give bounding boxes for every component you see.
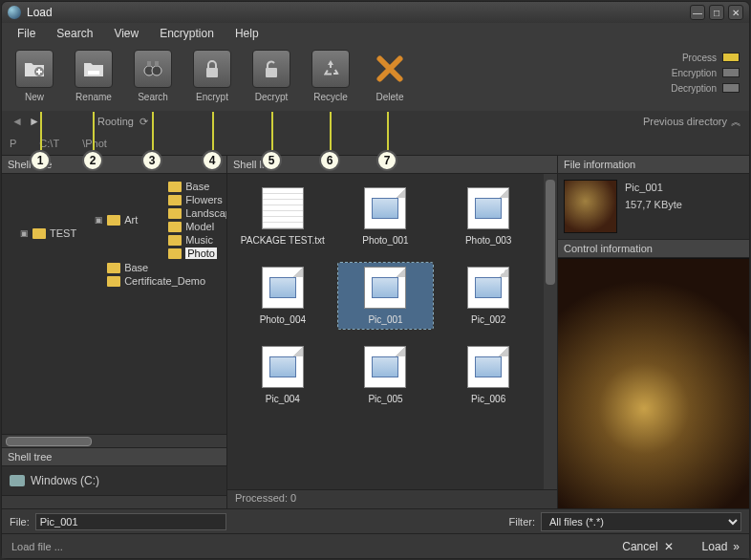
list-item-label: Pic_006 bbox=[471, 394, 505, 404]
close-button[interactable]: ✕ bbox=[728, 5, 743, 20]
tree-node[interactable]: Music bbox=[185, 234, 213, 246]
drive-label[interactable]: Windows (C:) bbox=[31, 474, 99, 487]
toolbar-encrypt[interactable]: Encrypt bbox=[187, 50, 237, 102]
encryption-label: Encryption bbox=[672, 68, 717, 78]
tree-node[interactable]: Flowers bbox=[185, 194, 223, 205]
folder-icon bbox=[107, 263, 120, 273]
list-item[interactable]: Photo_004 bbox=[235, 263, 331, 329]
controlinfo-header: Control information bbox=[558, 239, 749, 258]
nav-back-icon[interactable]: ◄ bbox=[10, 114, 25, 129]
refresh-icon: ⟳ bbox=[139, 116, 148, 128]
tree-node[interactable]: Base bbox=[124, 262, 148, 273]
processed-bar: Processed: 0 bbox=[227, 489, 557, 508]
toolbar-new-label: New bbox=[25, 92, 44, 102]
image-file-icon bbox=[467, 187, 509, 229]
toolbar-decrypt[interactable]: Decrypt bbox=[247, 50, 296, 102]
middle-column: Shell list PACKAGE TEST.txtPhoto_001Phot… bbox=[227, 155, 558, 508]
drives-panel: Windows (C:) bbox=[2, 466, 226, 495]
folder-icon bbox=[168, 182, 182, 192]
tree-node[interactable]: Model bbox=[185, 221, 214, 232]
filter-label: Filter: bbox=[509, 516, 536, 528]
svg-rect-7 bbox=[266, 68, 277, 77]
toolbar-rename-label: Rename bbox=[75, 92, 112, 102]
list-scrollbar[interactable] bbox=[544, 174, 557, 489]
folder-icon bbox=[168, 248, 182, 259]
svg-point-3 bbox=[152, 66, 161, 75]
status-text: Load file ... bbox=[11, 541, 63, 552]
folder-icon bbox=[107, 276, 120, 287]
tree-node[interactable]: TEST bbox=[50, 227, 76, 239]
expander-icon[interactable]: ▣ bbox=[19, 228, 29, 238]
menu-help[interactable]: Help bbox=[227, 25, 267, 42]
svg-rect-5 bbox=[155, 61, 159, 67]
toolbar-decrypt-label: Decrypt bbox=[255, 92, 288, 102]
list-item[interactable]: Photo_003 bbox=[440, 183, 536, 249]
tree-node[interactable]: Landscape bbox=[185, 207, 226, 219]
list-item-label: Pic_004 bbox=[266, 394, 300, 404]
rooting-button[interactable]: Rooting ⟳ bbox=[97, 116, 148, 128]
shell-tree[interactable]: ▣TEST ▣Art Base Flowers Landscape Model … bbox=[2, 174, 226, 434]
file-input[interactable] bbox=[35, 513, 226, 530]
toolbar-encrypt-label: Encrypt bbox=[196, 92, 228, 102]
list-item-label: Pic_002 bbox=[471, 314, 505, 325]
list-item[interactable]: Pic_001 bbox=[338, 263, 434, 329]
fileinfo-header: File information bbox=[558, 155, 749, 174]
encryption-indicator-icon bbox=[722, 68, 740, 77]
folder-icon bbox=[168, 235, 182, 246]
image-file-icon bbox=[364, 187, 406, 229]
load-button[interactable]: Load » bbox=[702, 540, 740, 553]
nav-forward-icon[interactable]: ► bbox=[27, 114, 42, 129]
toolbar-delete[interactable]: Delete bbox=[365, 50, 415, 102]
folder-icon bbox=[168, 195, 182, 205]
tree-node[interactable]: Art bbox=[124, 214, 138, 226]
rooting-label: Rooting bbox=[97, 116, 134, 127]
breadcrumb[interactable]: P C:\T \Phot bbox=[2, 132, 749, 155]
tree-node[interactable]: Base bbox=[185, 181, 209, 192]
recycle-icon bbox=[311, 50, 350, 88]
cancel-button[interactable]: Cancel ✕ bbox=[622, 540, 673, 553]
list-item-label: PACKAGE TEST.txt bbox=[241, 235, 325, 246]
menubar: File Search View Encryption Help bbox=[2, 23, 749, 44]
shelllist-header: Shell list bbox=[227, 155, 557, 174]
list-item[interactable]: PACKAGE TEST.txt bbox=[235, 183, 331, 249]
toolbar: New Rename Search Encrypt Decrypt Recycl… bbox=[2, 44, 749, 111]
list-item[interactable]: Photo_001 bbox=[338, 183, 434, 249]
list-item[interactable]: Pic_002 bbox=[440, 263, 536, 329]
menu-search[interactable]: Search bbox=[49, 25, 100, 42]
drives-scrollbar[interactable] bbox=[2, 495, 226, 508]
drive-icon bbox=[10, 475, 25, 486]
list-item[interactable]: Pic_005 bbox=[338, 342, 434, 408]
folder-icon bbox=[32, 228, 46, 239]
filter-select[interactable]: All files (*.*) bbox=[541, 512, 741, 531]
tree-node[interactable]: Certificate_Demo bbox=[124, 275, 205, 287]
file-grid[interactable]: PACKAGE TEST.txtPhoto_001Photo_003Photo_… bbox=[227, 174, 544, 489]
list-item-label: Photo_003 bbox=[465, 235, 511, 246]
toolbar-recycle[interactable]: Recycle bbox=[306, 50, 355, 102]
expander-icon[interactable]: ▣ bbox=[94, 215, 103, 225]
list-item-label: Photo_001 bbox=[362, 235, 408, 246]
menu-view[interactable]: View bbox=[106, 25, 146, 42]
chevron-up-icon: ︽ bbox=[731, 118, 741, 125]
toolbar-rename[interactable]: Rename bbox=[69, 50, 118, 102]
list-item-label: Photo_004 bbox=[260, 314, 306, 325]
previous-directory-button[interactable]: Previous directory ︽ bbox=[643, 116, 741, 127]
file-information: Pic_001 157,7 KByte bbox=[558, 174, 749, 239]
image-file-icon bbox=[364, 346, 406, 388]
rename-icon bbox=[75, 50, 113, 88]
menu-encryption[interactable]: Encryption bbox=[152, 25, 222, 42]
tree-node-selected[interactable]: Photo bbox=[185, 248, 217, 259]
maximize-button[interactable]: □ bbox=[709, 5, 724, 20]
menu-file[interactable]: File bbox=[10, 25, 43, 42]
lock-closed-icon bbox=[193, 50, 231, 88]
toolbar-search[interactable]: Search bbox=[128, 50, 178, 102]
list-item[interactable]: Pic_006 bbox=[440, 342, 536, 408]
navbar: ◄ ► Rooting ⟳ Previous directory ︽ bbox=[2, 111, 749, 132]
tree-scrollbar[interactable] bbox=[2, 434, 226, 447]
toolbar-search-label: Search bbox=[138, 92, 168, 102]
toolbar-new[interactable]: New bbox=[10, 50, 59, 102]
list-item[interactable]: Pic_004 bbox=[235, 342, 331, 408]
minimize-button[interactable]: — bbox=[690, 5, 705, 20]
folder-icon bbox=[107, 215, 120, 226]
file-filter-bar: File: Filter: All files (*.*) bbox=[2, 508, 749, 533]
text-file-icon bbox=[262, 187, 304, 229]
